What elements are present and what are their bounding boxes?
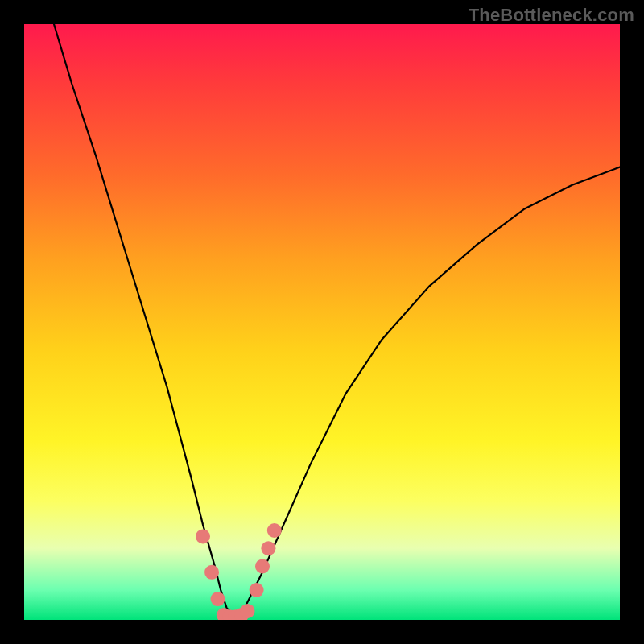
threshold-dot (196, 529, 210, 543)
chart-svg (24, 24, 620, 620)
threshold-dot (255, 559, 270, 573)
threshold-dot (204, 565, 219, 580)
threshold-dot (241, 604, 255, 618)
threshold-dot (250, 583, 264, 597)
plot-area (24, 24, 620, 620)
threshold-dot (267, 523, 282, 538)
watermark-text: TheBottleneck.com (469, 5, 634, 26)
threshold-dot (261, 541, 275, 555)
threshold-dots-group (196, 523, 282, 620)
chart-frame: TheBottleneck.com (0, 0, 644, 644)
threshold-dot (211, 592, 225, 606)
bottleneck-curve (54, 24, 620, 614)
